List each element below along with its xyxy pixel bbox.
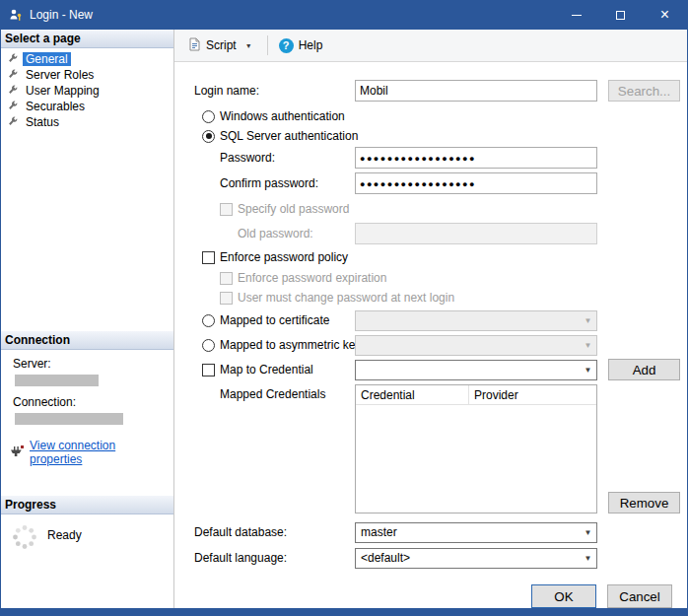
enforce-policy-label: Enforce password policy <box>220 250 348 264</box>
password-row: Password: <box>194 147 687 169</box>
sidebar-item-status[interactable]: Status <box>1 114 173 130</box>
general-page-form: Login name: Search... Windows authentica… <box>174 62 687 608</box>
default-language-label: Default language: <box>194 551 355 565</box>
combo-arrow-icon: ▼ <box>580 366 596 375</box>
combo-arrow-icon: ▼ <box>580 341 596 350</box>
login-new-dialog: Login - New × Select a page General Serv… <box>0 0 688 616</box>
must-change-password-checkbox[interactable] <box>220 292 233 305</box>
help-label: Help <box>299 38 323 52</box>
window-bottom-border <box>1 608 687 616</box>
enforce-policy-checkbox[interactable] <box>202 251 215 264</box>
mapped-credentials-label: Mapped Credentials <box>194 384 355 513</box>
sidebar-item-label: User Mapping <box>23 84 103 98</box>
login-name-label: Login name: <box>194 84 355 98</box>
remove-button[interactable]: Remove <box>608 492 680 513</box>
mapped-credentials-table[interactable]: Credential Provider <box>355 384 597 513</box>
credential-combobox[interactable]: ▼ <box>355 360 597 380</box>
default-database-row: Default database: master ▼ <box>194 521 687 543</box>
progress-spinner-icon <box>11 523 38 554</box>
page-icon <box>7 84 19 99</box>
mapped-asym-key-radio[interactable] <box>202 339 215 352</box>
main-panel: Script ▼ ? Help Login name: Search... <box>174 30 687 608</box>
default-database-combobox[interactable]: master ▼ <box>355 522 597 543</box>
confirm-password-row: Confirm password: <box>194 172 687 194</box>
page-tree: General Server Roles User Mapping Secura… <box>1 48 173 331</box>
credential-column-header[interactable]: Credential <box>356 385 469 404</box>
connection-name-redacted <box>15 413 123 425</box>
old-password-input <box>355 223 597 244</box>
combo-arrow-icon: ▼ <box>580 554 596 563</box>
mapped-asym-key-label: Mapped to asymmetric key <box>220 338 361 352</box>
mapped-asym-key-row: Mapped to asymmetric key ▼ <box>194 334 687 356</box>
mapped-certificate-option[interactable]: Mapped to certificate <box>194 313 355 327</box>
sidebar-item-server-roles[interactable]: Server Roles <box>1 67 173 83</box>
combo-arrow-icon: ▼ <box>580 316 596 325</box>
progress-section: Ready <box>1 514 173 608</box>
server-name-redacted <box>15 375 99 386</box>
enforce-expiration-label: Enforce password expiration <box>238 271 386 285</box>
search-button[interactable]: Search... <box>608 80 680 102</box>
help-icon: ? <box>279 38 294 53</box>
sidebar-item-general[interactable]: General <box>1 51 173 67</box>
mapped-certificate-row: Mapped to certificate ▼ <box>194 309 687 331</box>
progress-status: Ready <box>47 528 82 542</box>
map-credential-option[interactable]: Map to Credential <box>194 363 355 376</box>
must-change-password-label: User must change password at next login <box>238 291 454 305</box>
page-icon <box>7 115 19 130</box>
asym-key-combobox: ▼ <box>355 335 597 356</box>
provider-column-header[interactable]: Provider <box>469 385 596 404</box>
minimize-button[interactable] <box>554 0 598 30</box>
combo-arrow-icon: ▼ <box>580 528 596 537</box>
sidebar: Select a page General Server Roles User … <box>1 30 174 608</box>
page-icon <box>7 100 19 114</box>
sql-auth-radio[interactable] <box>202 130 215 143</box>
enforce-expiration-option[interactable]: Enforce password expiration <box>194 271 687 285</box>
page-icon <box>7 52 19 67</box>
sidebar-item-label: Status <box>23 115 62 129</box>
maximize-button[interactable] <box>598 0 643 30</box>
mapped-certificate-label: Mapped to certificate <box>220 313 329 327</box>
server-label: Server: <box>13 357 166 371</box>
enforce-expiration-checkbox[interactable] <box>220 272 233 285</box>
connection-header: Connection <box>1 331 173 350</box>
close-icon: × <box>660 7 669 23</box>
windows-auth-label: Windows authentication <box>220 109 345 123</box>
close-button[interactable]: × <box>643 0 687 30</box>
mapped-asym-key-option[interactable]: Mapped to asymmetric key <box>194 338 355 352</box>
mapped-certificate-radio[interactable] <box>202 314 215 327</box>
specify-old-password-checkbox[interactable] <box>220 203 233 216</box>
login-window-icon <box>9 8 23 22</box>
maximize-icon <box>616 11 625 20</box>
map-credential-row: Map to Credential ▼ Add <box>194 359 687 380</box>
specify-old-password-option[interactable]: Specify old password <box>194 202 687 216</box>
sql-auth-option[interactable]: SQL Server authentication <box>194 129 687 143</box>
windows-auth-option[interactable]: Windows authentication <box>194 109 687 123</box>
mapped-credentials-row: Mapped Credentials Credential Provider R… <box>194 384 687 513</box>
password-input[interactable] <box>355 147 597 169</box>
cancel-button[interactable]: Cancel <box>607 584 672 608</box>
add-button[interactable]: Add <box>608 359 680 380</box>
default-language-combobox[interactable]: <default> ▼ <box>355 548 597 569</box>
must-change-password-option[interactable]: User must change password at next login <box>194 291 687 305</box>
chevron-down-icon[interactable]: ▼ <box>241 42 256 49</box>
dialog-footer: OK Cancel <box>194 584 687 608</box>
ok-button[interactable]: OK <box>531 584 596 608</box>
window-title: Login - New <box>30 8 93 22</box>
old-password-row: Old password: <box>194 223 687 244</box>
sidebar-item-label: Securables <box>23 100 88 113</box>
page-icon <box>7 68 19 83</box>
confirm-password-input[interactable] <box>355 172 597 194</box>
script-button[interactable]: Script ▼ <box>182 34 261 58</box>
connection-properties-icon <box>10 445 25 460</box>
toolbar: Script ▼ ? Help <box>174 30 687 62</box>
sidebar-item-securables[interactable]: Securables <box>1 99 173 114</box>
default-language-value: <default> <box>361 551 410 565</box>
map-credential-checkbox[interactable] <box>202 364 215 376</box>
help-button[interactable]: ? Help <box>274 34 328 57</box>
windows-auth-radio[interactable] <box>202 110 215 123</box>
login-name-input[interactable] <box>355 80 597 102</box>
enforce-policy-option[interactable]: Enforce password policy <box>194 250 687 264</box>
sidebar-item-user-mapping[interactable]: User Mapping <box>1 83 173 99</box>
default-database-label: Default database: <box>194 525 355 539</box>
view-connection-properties-link[interactable]: View connection properties <box>30 439 166 466</box>
